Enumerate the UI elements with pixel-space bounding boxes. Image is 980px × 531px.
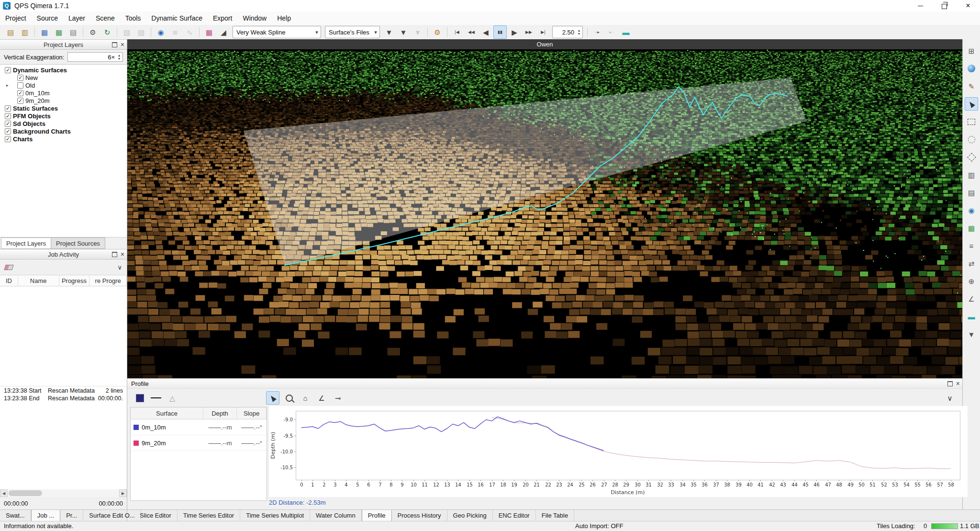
skip-end-icon[interactable]: ▶| [536, 25, 550, 39]
snapshot-icon[interactable]: ▤ [965, 186, 978, 199]
spline-strength-combo[interactable]: Very Weak Spline▾ [233, 26, 321, 38]
new-project-icon[interactable]: ▤ [4, 25, 17, 39]
step-back-icon[interactable]: ◀ [479, 25, 492, 39]
slice-back-icon[interactable]: ∙∙▸ [590, 25, 604, 39]
slice-forward-icon[interactable]: ▸∙∙ [605, 25, 618, 39]
clear-jobs-icon[interactable] [4, 265, 14, 270]
menu-scene[interactable]: Scene [90, 11, 120, 25]
tab-slice-editor[interactable]: Slice Editor [134, 510, 178, 521]
swap-view-icon[interactable]: ⇄ [965, 257, 978, 270]
tab-project-layers[interactable]: Project Layers [1, 237, 51, 249]
water-column-icon[interactable]: ◉ [154, 25, 167, 39]
add-surface-icon[interactable]: ▤ [67, 25, 80, 39]
vertical-exaggeration-spinner[interactable]: 6× ▴▾ [67, 52, 123, 62]
tab-job[interactable]: Job ... [31, 510, 60, 521]
spin-down-icon[interactable]: ▾ [578, 32, 580, 35]
scrollbar-track[interactable] [8, 489, 119, 497]
checkbox[interactable]: ✓ [17, 90, 23, 96]
home-view-icon[interactable]: ⌂ [299, 391, 312, 405]
menu-dynamic-surface[interactable]: Dynamic Surface [146, 11, 208, 25]
select-lasso-icon[interactable] [965, 133, 978, 146]
tree-item-old[interactable]: ▸Old [0, 81, 127, 89]
checkbox[interactable]: ✓ [5, 121, 11, 127]
checkbox[interactable]: ✓ [5, 128, 11, 135]
tab-pr[interactable]: Pr... [60, 510, 83, 521]
rescan-icon[interactable]: ↻ [100, 25, 114, 39]
interval-spinner[interactable]: 2.50▴▾ [552, 26, 583, 38]
column-header-depth[interactable]: Depth [203, 407, 237, 419]
color-brush-icon[interactable]: ✎ [965, 79, 978, 93]
add-raw-sonar-icon[interactable]: ▦ [38, 25, 51, 39]
checkbox[interactable]: ✓ [5, 113, 11, 119]
marker-triangle-icon[interactable]: △ [166, 391, 179, 405]
settings-gear-icon[interactable]: ⚙ [86, 25, 100, 39]
line-color-swatch[interactable] [133, 391, 146, 405]
checkbox[interactable]: ✓ [17, 98, 23, 104]
filter-area-icon[interactable]: ▼ [411, 25, 424, 39]
filter-reject-icon[interactable]: ▼ [397, 25, 410, 39]
collapse-panel-icon[interactable]: ∨ [943, 391, 957, 405]
column-header-surface[interactable]: Surface [131, 407, 203, 419]
skip-start-icon[interactable]: |◀ [450, 25, 464, 39]
scroll-left-icon[interactable]: ◀ [0, 489, 8, 497]
tab-time-series-multiplot[interactable]: Time Series Multiplot [240, 510, 310, 521]
tab-geo-picking[interactable]: Geo Picking [447, 510, 493, 521]
open-project-icon[interactable]: ▥ [18, 25, 32, 39]
chevron-down-icon[interactable]: ∨ [117, 264, 122, 271]
tree-item-background-charts[interactable]: ✓Background Charts [0, 127, 127, 135]
surface-tool-icon[interactable]: ▨ [120, 25, 134, 39]
tab-water-column[interactable]: Water Column [310, 510, 362, 521]
close-panel-icon[interactable]: × [121, 251, 124, 258]
table-row-0m-10m[interactable]: 0m_10m——.--m——.--° [131, 419, 267, 435]
sv-cast-icon[interactable]: ∿ [183, 25, 196, 39]
scroll-right-icon[interactable]: ▶ [119, 489, 127, 497]
crosshair-icon[interactable]: ⊕ [965, 274, 978, 288]
tab-enc-editor[interactable]: ENC Editor [493, 510, 536, 521]
checkbox[interactable] [17, 82, 23, 89]
fast-forward-icon[interactable]: ▶▶ [522, 25, 535, 39]
palette-strip-icon[interactable]: ▬ [965, 310, 978, 323]
tree-item-0m-10m[interactable]: ✓0m_10m [0, 89, 127, 97]
select-poly-icon[interactable] [965, 150, 978, 164]
data-table-icon[interactable]: ⊞ [965, 44, 978, 57]
restore-button[interactable] [932, 0, 956, 11]
tab-time-series-editor[interactable]: Time Series Editor [178, 510, 240, 521]
tree-item-new[interactable]: ✓New [0, 74, 127, 81]
spin-down-icon[interactable]: ▾ [118, 57, 120, 60]
grid-color-icon[interactable]: ▦ [965, 221, 978, 235]
expand-icon[interactable]: ▸ [6, 83, 9, 88]
tab-profile[interactable]: Profile [362, 510, 392, 521]
zoom-tool-icon[interactable] [282, 391, 296, 405]
tree-item-dynamic-surfaces[interactable]: ✓Dynamic Surfaces [0, 66, 127, 74]
play-icon[interactable]: ▶ [508, 25, 521, 39]
tree-item-static-surfaces[interactable]: ✓Static Surfaces [0, 104, 127, 112]
line-style-picker[interactable] [149, 391, 163, 405]
menu-source[interactable]: Source [32, 11, 63, 25]
filter-scope-combo[interactable]: Surface's Files▾ [325, 26, 380, 38]
menu-layer[interactable]: Layer [63, 11, 90, 25]
menu-help[interactable]: Help [272, 11, 296, 25]
tree-item-sd-objects[interactable]: ✓Sd Objects [0, 120, 127, 127]
filter-view-icon[interactable]: ▼ [965, 328, 978, 341]
checkbox[interactable]: ✓ [17, 75, 23, 81]
run-filter-gear-icon[interactable]: ⚙ [431, 25, 444, 39]
sphere-view-icon[interactable] [965, 62, 978, 75]
tree-item-pfm-objects[interactable]: ✓PFM Objects [0, 112, 127, 120]
measure-tool-icon[interactable]: ∠ [315, 391, 328, 405]
measure-angle-icon[interactable]: ∠ [965, 292, 978, 305]
profile-chart[interactable] [269, 406, 968, 497]
spline-filter-icon[interactable]: ◢ [217, 25, 230, 39]
globe-icon[interactable]: ◉ [965, 203, 978, 217]
filter-accept-icon[interactable]: ▼ [382, 25, 396, 39]
scrollbar-thumb[interactable] [9, 490, 42, 496]
tab-swat[interactable]: Swat... [0, 510, 31, 521]
menu-project[interactable]: Project [0, 11, 32, 25]
color-grid-icon[interactable]: ▦ [202, 25, 216, 39]
rewind-icon[interactable]: ◀◀ [465, 25, 478, 39]
add-processed-points-icon[interactable]: ▦ [52, 25, 66, 39]
cursor-tool-icon[interactable] [266, 391, 279, 405]
pick-point-icon[interactable]: ⊸ [331, 391, 345, 405]
tree-item-charts[interactable]: ✓Charts [0, 135, 127, 143]
histogram-icon[interactable]: ▥ [965, 168, 978, 181]
tab-surface-edit-o[interactable]: Surface Edit O... [83, 510, 141, 521]
